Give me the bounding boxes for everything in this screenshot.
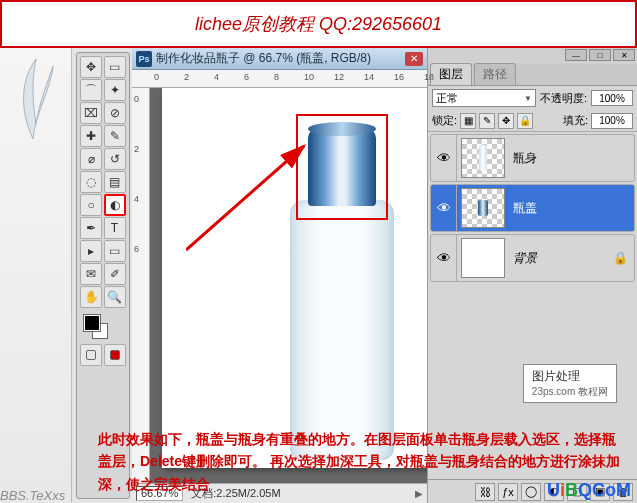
app-sidebar-decor bbox=[0, 48, 72, 503]
layer-row[interactable]: 👁 瓶盖 bbox=[430, 184, 635, 232]
layer-name: 背景 bbox=[513, 250, 537, 267]
tool-healing[interactable]: ✚ bbox=[80, 125, 102, 147]
ruler-horizontal[interactable]: 0 2 4 6 8 10 12 14 16 18 bbox=[132, 70, 427, 88]
visibility-eye-icon[interactable]: 👁 bbox=[431, 185, 457, 231]
tool-zoom[interactable]: 🔍 bbox=[104, 286, 126, 308]
tool-hand[interactable]: ✋ bbox=[80, 286, 102, 308]
ruler-tick: 6 bbox=[244, 72, 249, 82]
layer-thumb[interactable] bbox=[461, 188, 505, 228]
tool-pen[interactable]: ✒ bbox=[80, 217, 102, 239]
lock-pixels-icon[interactable]: ✎ bbox=[479, 113, 495, 129]
lock-transparent-icon[interactable]: ▦ bbox=[460, 113, 476, 129]
tool-crop[interactable]: ⌧ bbox=[80, 102, 102, 124]
ruler-vertical[interactable]: 0 2 4 6 bbox=[132, 88, 150, 483]
visibility-eye-icon[interactable]: 👁 bbox=[431, 135, 457, 181]
fg-color-swatch[interactable] bbox=[84, 315, 100, 331]
tool-gradient[interactable]: ▤ bbox=[104, 171, 126, 193]
ruler-tick: 18 bbox=[424, 72, 434, 82]
blend-mode-value: 正常 bbox=[436, 91, 458, 106]
tool-lasso[interactable]: ⌒ bbox=[80, 79, 102, 101]
opacity-label: 不透明度: bbox=[540, 91, 587, 106]
ruler-tick: 2 bbox=[134, 144, 139, 154]
ruler-tick: 6 bbox=[134, 244, 139, 254]
fill-label: 填充: bbox=[563, 113, 588, 128]
ps-icon: Ps bbox=[136, 51, 152, 67]
panel-window-controls: — □ ✕ bbox=[428, 48, 637, 64]
ruler-tick: 12 bbox=[334, 72, 344, 82]
layer-name: 瓶身 bbox=[513, 150, 537, 167]
ruler-tick: 4 bbox=[214, 72, 219, 82]
artboard bbox=[162, 88, 427, 468]
tool-path-select[interactable]: ▸ bbox=[80, 240, 102, 262]
tool-marquee[interactable]: ▭ bbox=[104, 56, 126, 78]
close-icon[interactable]: ✕ bbox=[405, 52, 423, 66]
quickmask-standard[interactable] bbox=[80, 344, 102, 366]
chevron-down-icon: ▼ bbox=[524, 94, 532, 103]
color-swatches[interactable] bbox=[80, 313, 126, 343]
layer-name: 瓶盖 bbox=[513, 200, 537, 217]
ruler-tick: 16 bbox=[394, 72, 404, 82]
lock-icon: 🔒 bbox=[613, 251, 628, 265]
tool-history-brush[interactable]: ↺ bbox=[104, 148, 126, 170]
ruler-tick: 4 bbox=[134, 194, 139, 204]
ruler-tick: 0 bbox=[134, 94, 139, 104]
blend-mode-dropdown[interactable]: 正常 ▼ bbox=[432, 89, 536, 107]
tool-eraser[interactable]: ◌ bbox=[80, 171, 102, 193]
annotation-arrow bbox=[186, 140, 326, 260]
close-panel-icon[interactable]: ✕ bbox=[613, 49, 635, 61]
banner-text: lichee原创教程 QQ:292656601 bbox=[195, 12, 442, 36]
document-title: 制作化妆品瓶子 @ 66.7% (瓶盖, RGB/8) bbox=[156, 50, 371, 67]
layer-thumb[interactable] bbox=[461, 138, 505, 178]
ruler-tick: 2 bbox=[184, 72, 189, 82]
tool-type[interactable]: T bbox=[104, 217, 126, 239]
document-titlebar[interactable]: Ps 制作化妆品瓶子 @ 66.7% (瓶盖, RGB/8) ✕ bbox=[132, 48, 427, 70]
quickmask-mask[interactable] bbox=[104, 344, 126, 366]
ruler-tick: 14 bbox=[364, 72, 374, 82]
layer-row[interactable]: 👁 瓶身 bbox=[430, 134, 635, 182]
tool-notes[interactable]: ✉ bbox=[80, 263, 102, 285]
watermark: 图片处理 23ps.com 教程网 bbox=[523, 364, 617, 403]
minimize-icon[interactable]: — bbox=[565, 49, 587, 61]
lock-position-icon[interactable]: ✥ bbox=[498, 113, 514, 129]
tool-burn[interactable]: ◐ bbox=[104, 194, 126, 216]
ruler-tick: 0 bbox=[154, 72, 159, 82]
layer-thumb[interactable] bbox=[461, 238, 505, 278]
tool-wand[interactable]: ✦ bbox=[104, 79, 126, 101]
panel-tabs: 图层 路径 bbox=[428, 64, 637, 86]
tool-move[interactable]: ✥ bbox=[80, 56, 102, 78]
bbs-watermark: BBS.TeXxs bbox=[0, 488, 65, 503]
lock-label: 锁定: bbox=[432, 113, 457, 128]
tool-stamp[interactable]: ⌀ bbox=[80, 148, 102, 170]
tool-blur[interactable]: ○ bbox=[80, 194, 102, 216]
site-brand: UiBQCoM bbox=[547, 480, 631, 501]
tool-eyedropper[interactable]: ✐ bbox=[104, 263, 126, 285]
canvas[interactable] bbox=[150, 88, 427, 483]
svg-line-0 bbox=[186, 146, 304, 250]
top-banner: lichee原创教程 QQ:292656601 bbox=[0, 0, 637, 48]
tool-slice[interactable]: ⊘ bbox=[104, 102, 126, 124]
tool-shape[interactable]: ▭ bbox=[104, 240, 126, 262]
ruler-tick: 8 bbox=[274, 72, 279, 82]
maximize-icon[interactable]: □ bbox=[589, 49, 611, 61]
fill-field[interactable]: 100% bbox=[591, 113, 633, 129]
visibility-eye-icon[interactable]: 👁 bbox=[431, 235, 457, 281]
tab-layers[interactable]: 图层 bbox=[430, 63, 472, 85]
tab-paths[interactable]: 路径 bbox=[474, 63, 516, 85]
opacity-field[interactable]: 100% bbox=[591, 90, 633, 106]
app-window: ✥ ▭ ⌒ ✦ ⌧ ⊘ ✚ ✎ ⌀ ↺ ◌ ▤ ○ ◐ ✒ T ▸ ▭ ✉ ✐ … bbox=[0, 48, 637, 503]
tool-brush[interactable]: ✎ bbox=[104, 125, 126, 147]
watermark-line1: 图片处理 bbox=[532, 369, 608, 385]
ruler-tick: 10 bbox=[304, 72, 314, 82]
layer-row[interactable]: 👁 背景 🔒 bbox=[430, 234, 635, 282]
feather-icon bbox=[11, 54, 61, 144]
lock-all-icon[interactable]: 🔒 bbox=[517, 113, 533, 129]
